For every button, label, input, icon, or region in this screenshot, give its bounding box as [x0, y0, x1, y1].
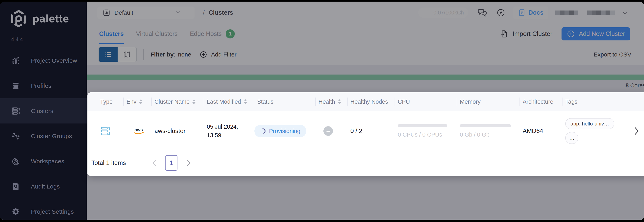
topbar-right: 0.07/100kCh: [418, 2, 644, 24]
row-detail-chevron[interactable]: [623, 126, 644, 136]
profiles-icon: [11, 81, 20, 90]
cluster-actions: Import Cluster Add New Cluster: [500, 27, 630, 40]
column-header-architecture: Architecture: [523, 92, 565, 111]
column-header-actions: [623, 92, 644, 111]
column-label: Architecture: [523, 98, 554, 105]
column-label: CPU: [398, 98, 410, 105]
chevron-right-icon: [634, 126, 640, 136]
list-view-button[interactable]: [99, 47, 118, 62]
tab-clusters[interactable]: Clusters: [99, 24, 124, 44]
cpu-cell: 0 CPUs / 0 CPUs: [398, 124, 460, 138]
tab-edge-hosts[interactable]: Edge Hosts 1: [190, 24, 235, 44]
sidebar-item-label: Profiles: [31, 82, 51, 89]
sidebar-item-cluster-groups[interactable]: Cluster Groups: [0, 124, 87, 149]
filter-by-value: none: [178, 51, 191, 58]
breadcrumb: Clusters: [208, 9, 233, 16]
next-page-button[interactable]: [186, 159, 192, 167]
cluster-name-cell[interactable]: aws-cluster: [154, 128, 207, 134]
sidebar-item-label: Workspaces: [31, 158, 64, 165]
column-label: Health: [318, 98, 335, 105]
topbar: Default / Clusters 0.07/100kCh: [87, 2, 644, 24]
column-header-cluster-name[interactable]: Cluster Name: [154, 92, 207, 111]
clusters-icon: [11, 106, 20, 116]
docs-link[interactable]: Docs: [513, 6, 548, 19]
svg-text:aws: aws: [135, 127, 143, 132]
chat-icon[interactable]: [477, 7, 488, 18]
sidebar-item-profiles[interactable]: Profiles: [0, 73, 87, 98]
more-tags-badge[interactable]: …: [565, 132, 578, 144]
last-modified-date: 05 Jul 2024,: [207, 124, 238, 130]
last-modified-cell: 05 Jul 2024, 13:59: [207, 124, 257, 139]
status-cell: Provisioning: [257, 125, 318, 137]
sort-icon[interactable]: [338, 99, 341, 104]
filter-row: Filter by: none Add Filter Export to CSV: [87, 44, 644, 65]
page-number-button[interactable]: 1: [165, 155, 178, 171]
palette-logo[interactable]: palette: [0, 2, 87, 28]
sidebar-item-project-overview[interactable]: Project Overview: [0, 48, 87, 73]
sort-icon[interactable]: [244, 99, 247, 104]
column-header-last-modified[interactable]: Last Modified: [207, 92, 257, 111]
column-label: Type: [100, 98, 112, 105]
tabs: Clusters Virtual Clusters Edge Hosts 1: [99, 24, 235, 44]
compass-icon[interactable]: [496, 8, 506, 17]
tag-badge[interactable]: app: hello-univ…: [565, 118, 614, 129]
sort-icon[interactable]: [139, 99, 142, 104]
cores-usage-bar: [87, 74, 644, 80]
cores-summary: 8 Cores: [625, 82, 644, 89]
aws-icon: aws: [132, 126, 146, 136]
user-menu-chevron-icon[interactable]: [622, 9, 628, 16]
main-content: Default / Clusters 0.07/100kCh: [87, 2, 644, 220]
sort-icon[interactable]: [192, 99, 196, 104]
map-view-button[interactable]: [118, 47, 136, 62]
table-row[interactable]: aws aws-cluster 05 Jul 2024, 13:59 Provi…: [88, 112, 644, 151]
plus-circle-icon: [200, 50, 208, 58]
sidebar-item-clusters[interactable]: Clusters: [0, 98, 87, 124]
column-header-health[interactable]: Health: [318, 92, 350, 111]
column-header-healthy-nodes: Healthy Nodes: [350, 92, 398, 111]
plus-circle-icon: [567, 30, 575, 38]
edge-hosts-count-badge: 1: [226, 29, 235, 38]
prev-page-button[interactable]: [151, 159, 158, 167]
add-new-cluster-button[interactable]: Add New Cluster: [562, 27, 630, 40]
column-label: Memory: [460, 98, 480, 105]
palette-app: palette 4.4.4 Project Overview: [0, 2, 644, 220]
column-header-memory: Memory: [460, 92, 523, 111]
export-to-csv-button[interactable]: Export to CSV: [594, 51, 631, 58]
tabs-row: Clusters Virtual Clusters Edge Hosts 1: [87, 24, 644, 44]
architecture-value: AMD64: [523, 128, 543, 134]
table-header-row: Type Env Cluster Name Last Modified Stat…: [88, 92, 644, 112]
cores-value: 8: [625, 82, 628, 88]
chevron-left-icon: [151, 159, 158, 167]
project-settings-icon: [11, 207, 20, 216]
cluster-type-cell: [88, 126, 126, 136]
cluster-groups-icon: [11, 132, 20, 141]
cluster-name: aws-cluster: [154, 128, 186, 134]
sidebar-item-workspaces[interactable]: Workspaces: [0, 149, 87, 174]
palette-logo-text: palette: [32, 12, 69, 25]
sidebar-item-label: Clusters: [31, 108, 53, 114]
memory-cell: 0 Gb / 0 Gb: [460, 124, 523, 138]
sidebar-item-label: Cluster Groups: [31, 133, 72, 140]
status-badge: Provisioning: [254, 125, 306, 137]
add-filter-button[interactable]: Add Filter: [200, 50, 236, 58]
sidebar-item-label: Audit Logs: [31, 183, 60, 190]
column-label: Status: [257, 98, 274, 105]
column-header-env[interactable]: Env: [126, 92, 154, 111]
user-menu[interactable]: [555, 7, 615, 19]
map-view-icon: [123, 50, 131, 59]
cpu-usage-bar: [398, 124, 447, 127]
usage-meter: 0.07/100kCh: [418, 8, 468, 18]
sidebar-item-label: Project Overview: [31, 57, 77, 64]
last-modified-time: 13:59: [207, 132, 221, 138]
sidebar-item-project-settings[interactable]: Project Settings: [0, 199, 87, 220]
tab-virtual-clusters[interactable]: Virtual Clusters: [136, 24, 178, 44]
project-selector-value: Default: [114, 9, 133, 16]
tab-label: Virtual Clusters: [136, 30, 178, 38]
import-cluster-button[interactable]: Import Cluster: [500, 30, 552, 38]
sidebar-item-audit-logs[interactable]: Audit Logs: [0, 174, 87, 199]
project-selector[interactable]: Default: [97, 6, 194, 19]
book-icon: [518, 9, 526, 16]
clusters-table: Type Env Cluster Name Last Modified Stat…: [88, 92, 644, 176]
memory-usage-label: 0 Gb / 0 Gb: [460, 132, 490, 138]
pagination: Total 1 items 1: [88, 151, 644, 175]
